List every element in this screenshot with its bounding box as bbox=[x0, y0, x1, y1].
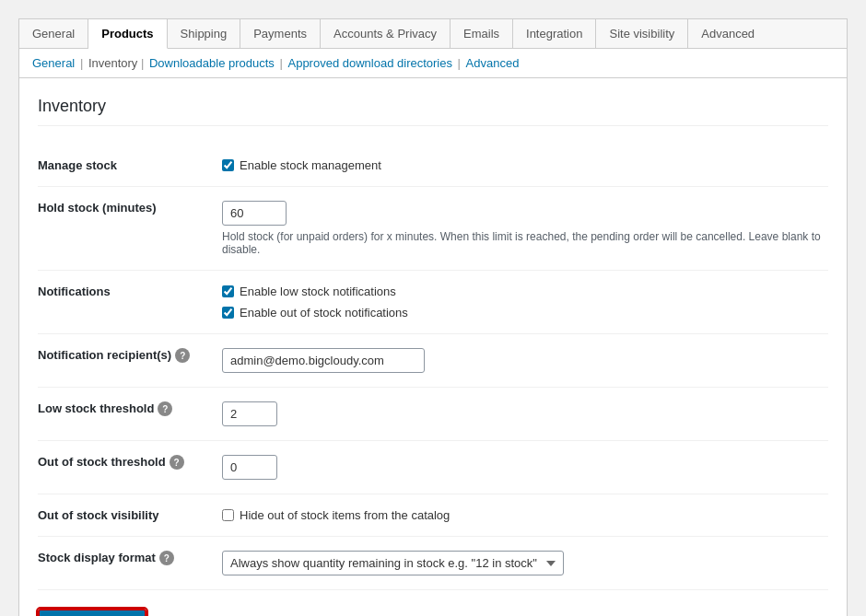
label-manage-stock: Manage stock bbox=[38, 158, 117, 172]
out-of-stock-notif-label[interactable]: Enable out of stock notifications bbox=[222, 306, 828, 320]
content-area: Inventory Manage stock Enable stock mana… bbox=[18, 78, 848, 616]
tab-emails[interactable]: Emails bbox=[451, 19, 513, 48]
save-button[interactable]: Save changes bbox=[38, 609, 146, 616]
label-notifications: Notifications bbox=[38, 285, 111, 298]
low-stock-threshold-input[interactable] bbox=[222, 401, 277, 426]
out-of-stock-visibility-label[interactable]: Hide out of stock items from the catalog bbox=[222, 508, 828, 522]
notif-recipient-input[interactable] bbox=[222, 348, 425, 373]
stock-display-format-select[interactable]: Always show quantity remaining in stock … bbox=[222, 551, 564, 575]
label-hold-stock: Hold stock (minutes) bbox=[38, 201, 157, 215]
row-out-of-stock-threshold: Out of stock threshold ? bbox=[38, 441, 828, 494]
manage-stock-text: Enable stock management bbox=[240, 158, 381, 172]
subnav-approved-dirs[interactable]: Approved download directories bbox=[287, 56, 452, 70]
tab-payments[interactable]: Payments bbox=[240, 19, 321, 48]
manage-stock-checkbox[interactable] bbox=[222, 159, 234, 171]
tab-advanced[interactable]: Advanced bbox=[688, 19, 767, 48]
row-stock-display-format: Stock display format ? Always show quant… bbox=[38, 537, 828, 590]
tab-general[interactable]: General bbox=[19, 19, 88, 48]
notif-recipient-help-icon[interactable]: ? bbox=[175, 348, 190, 363]
low-stock-notif-label[interactable]: Enable low stock notifications bbox=[222, 285, 828, 298]
row-out-of-stock-visibility: Out of stock visibility Hide out of stoc… bbox=[38, 494, 828, 537]
out-of-stock-threshold-input[interactable] bbox=[222, 455, 277, 480]
label-stock-display-format: Stock display format bbox=[38, 551, 156, 564]
out-of-stock-visibility-text: Hide out of stock items from the catalog bbox=[240, 508, 450, 522]
subnav-advanced[interactable]: Advanced bbox=[466, 56, 520, 70]
th-low-stock: Low stock threshold ? bbox=[38, 401, 213, 416]
tab-shipping[interactable]: Shipping bbox=[168, 19, 241, 48]
label-out-of-stock-threshold: Out of stock threshold bbox=[38, 455, 166, 469]
sub-nav: General | Inventory | Downloadable produ… bbox=[18, 49, 848, 78]
label-out-of-stock-visibility: Out of stock visibility bbox=[38, 508, 158, 522]
out-of-stock-visibility-checkbox[interactable] bbox=[222, 509, 234, 521]
tab-products[interactable]: Products bbox=[88, 19, 167, 49]
settings-form: Manage stock Enable stock management Hol… bbox=[38, 145, 828, 590]
hold-stock-input[interactable] bbox=[222, 201, 287, 226]
tab-site-visibility[interactable]: Site visibility bbox=[596, 19, 688, 48]
tab-integration[interactable]: Integration bbox=[513, 19, 596, 48]
manage-stock-label[interactable]: Enable stock management bbox=[222, 158, 828, 172]
out-of-stock-notif-checkbox[interactable] bbox=[222, 307, 234, 319]
row-manage-stock: Manage stock Enable stock management bbox=[38, 145, 828, 187]
subnav-inventory: Inventory bbox=[88, 56, 137, 70]
row-low-stock-threshold: Low stock threshold ? bbox=[38, 388, 828, 441]
section-title: Inventory bbox=[38, 97, 828, 126]
low-stock-notif-text: Enable low stock notifications bbox=[240, 285, 396, 298]
row-hold-stock: Hold stock (minutes) Hold stock (for unp… bbox=[38, 187, 828, 271]
subnav-downloadable[interactable]: Downloadable products bbox=[149, 56, 275, 70]
sep-3: | bbox=[279, 56, 286, 70]
sep-2: | bbox=[141, 56, 147, 70]
sep-4: | bbox=[458, 56, 464, 70]
low-stock-help-icon[interactable]: ? bbox=[158, 401, 172, 416]
th-notif-recipient: Notification recipient(s) ? bbox=[38, 348, 213, 363]
tabs-bar: General Products Shipping Payments Accou… bbox=[18, 18, 848, 49]
row-notifications: Notifications Enable low stock notificat… bbox=[38, 271, 828, 334]
out-of-stock-notif-text: Enable out of stock notifications bbox=[240, 306, 408, 320]
sep-1: | bbox=[80, 56, 87, 70]
stock-display-help-icon[interactable]: ? bbox=[159, 551, 174, 565]
label-notif-recipient: Notification recipient(s) bbox=[38, 348, 171, 362]
th-out-of-stock: Out of stock threshold ? bbox=[38, 455, 213, 470]
tab-accounts-privacy[interactable]: Accounts & Privacy bbox=[321, 19, 451, 48]
low-stock-notif-checkbox[interactable] bbox=[222, 285, 234, 297]
hold-stock-help: Hold stock (for unpaid orders) for x min… bbox=[222, 230, 828, 256]
th-stock-display: Stock display format ? bbox=[38, 551, 213, 565]
label-low-stock-threshold: Low stock threshold bbox=[38, 401, 154, 415]
subnav-general[interactable]: General bbox=[32, 56, 75, 70]
out-of-stock-help-icon[interactable]: ? bbox=[170, 455, 184, 470]
row-notification-recipient: Notification recipient(s) ? bbox=[38, 334, 828, 388]
save-btn-wrapper: Save changes bbox=[38, 609, 828, 616]
